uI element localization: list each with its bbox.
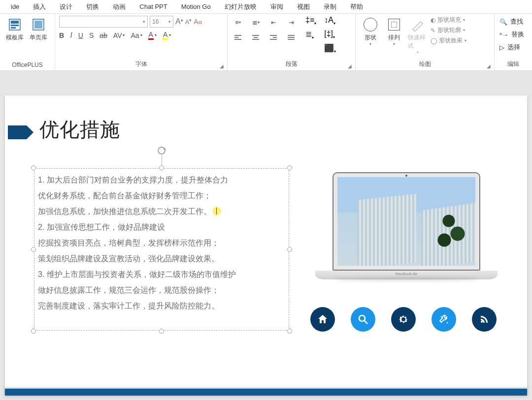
bullets-button[interactable]: ≡▾ [232, 16, 244, 29]
svg-rect-5 [34, 21, 42, 29]
shape-outline-button[interactable]: ✎形状轮廓▾ [431, 26, 466, 34]
align-justify-button[interactable] [285, 31, 298, 44]
template-lib-icon [7, 17, 23, 32]
slide[interactable]: 优化措施 1. 加大后台部门对前台业务的支撑力度，提升整体合力优化财务系统，配合… [5, 95, 527, 396]
menu-6[interactable]: Motion Go [174, 1, 218, 12]
resize-handle-se[interactable] [287, 329, 292, 334]
bold-button[interactable]: B [59, 31, 64, 39]
shapes-button[interactable]: 形状▾ [360, 16, 381, 59]
align-center-button[interactable] [249, 31, 262, 44]
laptop-base: MacBook Air [315, 271, 498, 279]
shrink-font-button[interactable]: A▾ [185, 18, 192, 26]
text-line[interactable]: 做好信息披露工作，规范三会运作，规范股份操作； [38, 282, 285, 298]
menu-8[interactable]: 审阅 [264, 0, 290, 13]
indent-inc-button[interactable]: ⇥ [285, 16, 298, 29]
strike-button[interactable]: ab [100, 31, 107, 39]
underline-button[interactable]: U [78, 31, 83, 39]
resize-handle-ne[interactable] [287, 165, 292, 170]
menu-11[interactable]: 帮助 [343, 0, 370, 13]
resize-handle-nw[interactable] [31, 165, 36, 170]
align-left-button[interactable] [232, 31, 244, 44]
dialog-launcher-icon[interactable]: ◢ [348, 63, 354, 69]
align-right-button[interactable] [267, 31, 280, 44]
text-line[interactable]: 策划组织品牌建设及宣教活动，强化品牌建设效果。 [38, 251, 285, 267]
group-label: 绘图 [360, 59, 490, 69]
arrange-button[interactable]: 排列▾ [383, 16, 405, 59]
slide-footer-bar [5, 389, 527, 396]
group-label: 字体 [59, 59, 223, 69]
select-button[interactable]: ▷选择 [499, 41, 528, 53]
menu-1[interactable]: 插入 [26, 0, 53, 13]
single-page-lib-button[interactable]: 单页库 [28, 16, 49, 61]
shape-fill-button[interactable]: ◐形状填充▾ [431, 16, 466, 24]
text-line[interactable]: 加强信息系统，加快推进信息系统二次开发工作。 [38, 204, 285, 219]
slide-canvas-area[interactable]: 优化措施 1. 加大后台部门对前台业务的支撑力度，提升整体合力优化财务系统，配合… [0, 71, 532, 400]
font-color-button[interactable]: A▾ [148, 31, 157, 40]
grow-font-button[interactable]: A▴ [175, 17, 183, 26]
menu-4[interactable]: 动画 [106, 0, 133, 13]
text-content[interactable]: 1. 加大后台部门对前台业务的支撑力度，提升整体合力优化财务系统，配合前台基金做… [38, 172, 285, 327]
menu-0[interactable]: ide [4, 1, 26, 12]
slide-title[interactable]: 优化措施 [39, 116, 120, 143]
resize-handle-e[interactable] [287, 247, 292, 252]
resize-handle-s[interactable] [159, 329, 164, 334]
quick-styles-button[interactable]: 快速样式▾ [407, 16, 429, 59]
title-arrow-shape[interactable] [8, 123, 34, 142]
menu-10[interactable]: 录制 [317, 0, 343, 13]
shape-effects-button[interactable]: ◯形状效果▾ [431, 36, 466, 45]
menu-7[interactable]: 幻灯片放映 [218, 0, 264, 13]
text-line[interactable]: 2. 加强宣传思想工作，做好品牌建设 [38, 219, 285, 235]
ribbon-group-paragraph: ≡▾ ≣▾ ⇤ ⇥ ‡≡▾ ≣▾ ↕A▾ [‡]▾ ⬛▾ 段落 ◢ [228, 14, 356, 70]
find-button[interactable]: 🔍查找 [499, 16, 528, 28]
tools-icon[interactable] [432, 307, 456, 332]
menu-9[interactable]: 视图 [290, 0, 317, 13]
rotate-handle-icon[interactable] [157, 146, 166, 155]
text-line[interactable]: 完善制度建设，落实审计工作，提升风险防控能力。 [38, 298, 285, 314]
highlight-button[interactable]: A▾ [163, 31, 171, 40]
shadow-button[interactable]: S [89, 31, 94, 39]
change-case-button[interactable]: Aa▾ [131, 31, 142, 39]
icon-row [310, 307, 497, 332]
distribute-button[interactable]: ≣▾ [305, 30, 316, 40]
menu-3[interactable]: 切换 [79, 0, 106, 13]
ribbon-group-drawing: 形状▾ 排列▾ 快速样式▾ ◐形状填充▾ ✎形状轮廓▾ ◯形状效果▾ 绘图 ◢ [356, 14, 495, 70]
shape-effects-icon: ◯ [431, 37, 437, 44]
text-line[interactable]: 1. 加大后台部门对前台业务的支撑力度，提升整体合力 [38, 172, 285, 188]
select-icon: ▷ [499, 44, 504, 51]
text-line[interactable]: 优化财务系统，配合前台基金做好财务管理工作； [38, 188, 285, 204]
gear-icon[interactable] [391, 307, 416, 332]
group-label: 段落 [232, 59, 351, 69]
svg-marker-6 [8, 125, 33, 139]
line-spacing-button[interactable]: ‡≡▾ [305, 16, 316, 26]
resize-handle-w[interactable] [31, 247, 36, 252]
font-name-combo[interactable]: ▾ [59, 16, 148, 28]
rss-icon[interactable] [472, 307, 497, 332]
resize-handle-sw[interactable] [31, 329, 36, 334]
search-icon[interactable] [351, 307, 375, 332]
laptop-image[interactable]: MacBook Air [315, 172, 498, 279]
smartart-button[interactable]: ⬛▾ [324, 43, 336, 54]
font-size-combo[interactable]: 16▾ [150, 16, 173, 28]
char-spacing-button[interactable]: AV▾ [113, 31, 125, 39]
text-direction-button[interactable]: ↕A▾ [324, 16, 336, 26]
template-lib-button[interactable]: 模板库 [4, 16, 26, 61]
home-icon[interactable] [310, 307, 335, 332]
ribbon-group-font: ▾ 16▾ A▴ A▾ A⧉ B I U S ab AV▾ Aa▾ A▾ A▾ [55, 14, 228, 70]
chevron-down-icon: ▾ [143, 19, 145, 24]
resize-handle-n[interactable] [159, 165, 164, 170]
text-line[interactable]: 挖掘投资项目亮点，培树典型，发挥榜样示范作用； [38, 235, 285, 251]
menu-2[interactable]: 设计 [53, 0, 79, 13]
align-text-button[interactable]: [‡]▾ [324, 30, 336, 39]
indent-dec-button[interactable]: ⇤ [267, 16, 280, 29]
replace-button[interactable]: ᵃ→替换 [499, 29, 528, 40]
clear-format-button[interactable]: A⧉ [194, 18, 201, 26]
numbering-button[interactable]: ≣▾ [249, 16, 262, 29]
selected-text-box[interactable]: 1. 加大后台部门对前台业务的支撑力度，提升整体合力优化财务系统，配合前台基金做… [34, 168, 289, 331]
ribbon-group-officeplus: 模板库 单页库 OfficePLUS [0, 14, 55, 70]
svg-rect-1 [11, 21, 19, 24]
menu-5[interactable]: Chat PPT [133, 1, 174, 12]
dialog-launcher-icon[interactable]: ◢ [220, 63, 226, 69]
italic-button[interactable]: I [70, 31, 72, 39]
text-line[interactable]: 3. 维护上市层面与投资者关系，做好二级市场的市值维护 [38, 267, 285, 282]
dialog-launcher-icon[interactable]: ◢ [487, 63, 493, 69]
